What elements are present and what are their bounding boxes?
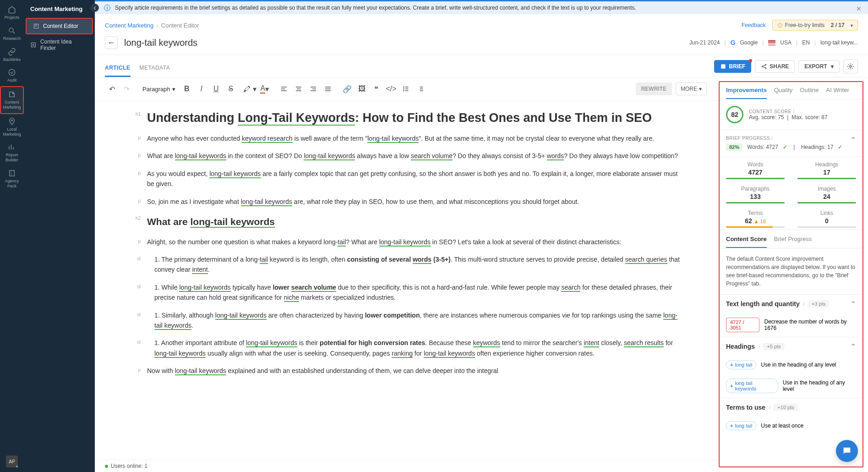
brief-button[interactable]: BRIEF [714, 60, 751, 73]
editor-toolbar: ↶ ↷ Paragraph ▾ B I U S 🖍 ▾ A ▾ [95, 77, 717, 101]
tab-article[interactable]: ARTICLE [105, 65, 131, 77]
svg-rect-6 [31, 43, 35, 47]
svg-point-13 [850, 66, 852, 67]
rail-content-marketing[interactable]: Content Marketing [0, 86, 24, 114]
meta-country: USA [780, 39, 792, 46]
rail-research[interactable]: Research [0, 23, 24, 44]
image-button[interactable]: 🖼 [355, 82, 369, 96]
rewrite-button[interactable]: REWRITE [636, 82, 672, 95]
users-online: Users online: 1 [95, 460, 717, 472]
link-button[interactable]: 🔗 [340, 82, 354, 96]
meta-engine: Google [740, 39, 758, 46]
rp-tab-aiwriter[interactable]: AI Writer [826, 87, 849, 99]
insights-panel: Improvements Quality Outline AI Writer 8… [719, 81, 863, 467]
rp-tab-outline[interactable]: Outline [800, 87, 819, 99]
svg-point-11 [765, 64, 766, 65]
align-justify-button[interactable] [321, 82, 335, 96]
add-term-button[interactable]: +long tail [726, 421, 756, 430]
strike-button[interactable]: S [224, 82, 238, 96]
align-right-button[interactable] [306, 82, 320, 96]
settings-button[interactable] [843, 60, 858, 73]
side-panel-title: Content Marketing [24, 0, 95, 18]
feedback-link[interactable]: Feedback [742, 22, 766, 28]
tab-metadata[interactable]: METADATA [140, 65, 170, 77]
rail-backlinks[interactable]: Backlinks [0, 44, 24, 66]
rail-projects[interactable]: Projects [0, 2, 24, 23]
rail-report-builder[interactable]: Report Builder [0, 140, 24, 166]
collapse-panel-button[interactable]: ‹ [91, 4, 99, 12]
rail-agency-pack[interactable]: Agency Pack [0, 166, 24, 192]
svg-point-15 [403, 88, 404, 89]
number-list-button[interactable] [414, 82, 427, 96]
score-label: CONTENT SCORE i [749, 109, 828, 114]
collapse-headings[interactable]: ⌃ [850, 342, 856, 351]
italic-button[interactable]: I [195, 82, 208, 96]
svg-point-2 [11, 120, 13, 121]
brief-pct: 82% [726, 143, 742, 151]
underline-button[interactable]: U [209, 82, 223, 96]
rail-local-marketing[interactable]: Local Marketing [0, 114, 24, 140]
close-banner-button[interactable]: ✕ [856, 5, 862, 12]
svg-point-1 [9, 70, 15, 76]
svg-point-14 [403, 87, 404, 87]
svg-point-10 [762, 66, 763, 67]
svg-rect-3 [10, 170, 15, 176]
chat-bubble-button[interactable] [836, 440, 858, 462]
undo-button[interactable]: ↶ [105, 82, 119, 96]
usa-flag-icon [768, 40, 775, 45]
google-logo-icon: G [731, 39, 736, 46]
align-center-button[interactable] [292, 82, 306, 96]
rp-tab-quality[interactable]: Quality [774, 87, 792, 99]
add-term-button[interactable]: +long tail [726, 360, 756, 369]
more-button[interactable]: MORE ▾ [676, 82, 707, 95]
svg-point-16 [403, 90, 404, 91]
svg-point-12 [765, 67, 766, 68]
code-button[interactable]: </> [384, 82, 398, 96]
share-button[interactable]: SHARE [755, 60, 795, 73]
side-content-editor[interactable]: Content Editor [26, 18, 93, 34]
info-banner: i Specify article requirements in the br… [95, 0, 868, 14]
info-text: Specify article requirements in the brie… [115, 5, 636, 11]
breadcrumb: Content Marketing›Content Editor [105, 22, 199, 29]
redo-button[interactable]: ↷ [120, 82, 133, 96]
avatar[interactable]: AP [6, 456, 18, 467]
paragraph-select[interactable]: Paragraph ▾ [139, 84, 179, 94]
meta-lang: EN [802, 39, 810, 46]
subtab-brief-progress[interactable]: Brief Progress [774, 236, 812, 248]
free-try-badge[interactable]: Free-to-try limits 2 / 17 ▾ [772, 20, 858, 31]
back-button[interactable]: ← [105, 36, 118, 49]
side-idea-finder[interactable]: Content Idea Finder [24, 34, 95, 55]
svg-point-0 [9, 28, 13, 32]
collapse-textlen[interactable]: ⌃ [850, 300, 856, 308]
info-icon: i [104, 5, 110, 11]
meta-date: Jun-21 2024 [689, 39, 720, 46]
svg-rect-9 [721, 64, 726, 68]
add-term-button[interactable]: +long tail keywords [726, 379, 778, 393]
rp-tab-improvements[interactable]: Improvements [726, 87, 767, 99]
bullet-list-button[interactable] [399, 82, 413, 96]
crumb-root[interactable]: Content Marketing [105, 22, 153, 29]
rail-audit[interactable]: Audit [0, 65, 24, 86]
align-left-button[interactable] [277, 82, 291, 96]
side-panel: ‹ Content Marketing Content Editor Conte… [24, 0, 95, 472]
highlight-button[interactable]: 🖍 ▾ [243, 82, 257, 96]
svg-point-4 [16, 466, 18, 467]
export-button[interactable]: EXPORT ▾ [798, 60, 840, 73]
text-color-button[interactable]: A ▾ [258, 82, 272, 96]
svg-point-7 [33, 44, 34, 45]
score-circle: 82 [726, 106, 743, 123]
page-title: long-tail keywords [124, 38, 197, 48]
rec-text: The default Content Score improvement re… [720, 248, 863, 294]
crumb-current: Content Editor [161, 22, 199, 29]
meta-keyword: long-tail keyw... [820, 39, 858, 46]
collapse-brief[interactable]: ⌃ [850, 136, 856, 144]
quote-button[interactable]: ❝ [370, 82, 383, 96]
editor-body[interactable]: h1Understanding Long-Tail Keywords: How … [95, 101, 717, 460]
subtab-content-score[interactable]: Content Score [726, 236, 767, 248]
left-rail: Projects Research Backlinks Audit Conten… [0, 0, 24, 472]
bold-button[interactable]: B [180, 82, 194, 96]
